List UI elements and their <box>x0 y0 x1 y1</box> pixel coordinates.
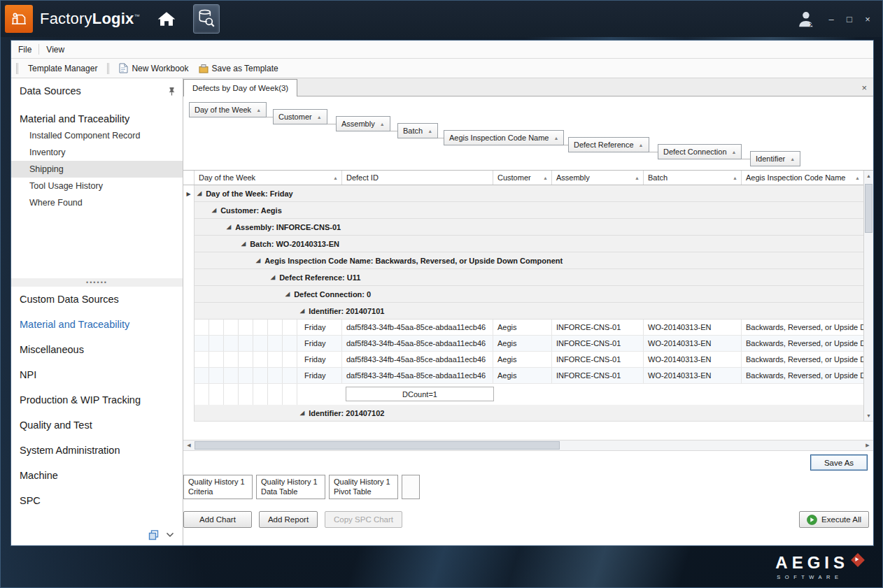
cell-assembly: INFORCE-CNS-01 <box>552 320 644 335</box>
column-header-batch[interactable]: Batch▲ <box>644 171 742 185</box>
new-workbook-button[interactable]: New Workbook <box>114 61 193 76</box>
execute-all-label: Execute All <box>821 515 861 524</box>
group-row[interactable]: ◢Assembly: INFORCE-CNS-01 <box>183 219 863 236</box>
template-manager-label: Template Manager <box>28 64 97 73</box>
scroll-down-button[interactable]: ▼ <box>864 410 873 421</box>
menu-item-file[interactable]: File <box>11 41 38 58</box>
cell-inspection-code-name: Backwards, Reversed, or Upside Down Comp… <box>742 320 863 335</box>
sidebar-item-installed-component-record[interactable]: Installed Component Record <box>11 127 183 144</box>
group-field-batch[interactable]: Batch▲ <box>397 123 438 138</box>
vertical-scrollbar[interactable]: ▲ ▼ <box>863 171 873 421</box>
table-row[interactable]: Friday daf5f843-34fb-45aa-85ce-abdaa11ec… <box>183 352 863 368</box>
group-field-aegis-inspection-code-name[interactable]: Aegis Inspection Code Name▲ <box>444 130 564 145</box>
save-as-template-button[interactable]: Save as Template <box>194 61 283 76</box>
scroll-right-button[interactable]: ▶ <box>862 440 873 450</box>
sidebar-item-inventory[interactable]: Inventory <box>11 144 183 161</box>
collapse-group-icon[interactable]: ◢ <box>285 291 290 297</box>
collapse-group-icon[interactable]: ◢ <box>256 257 260 264</box>
scroll-up-button[interactable]: ▲ <box>864 171 873 181</box>
add-chart-button[interactable]: Add Chart <box>183 511 252 528</box>
pin-icon[interactable] <box>168 87 176 96</box>
group-row[interactable]: ◢Defect Reference: U11 <box>183 269 863 286</box>
add-report-button[interactable]: Add Report <box>259 511 318 528</box>
cell-assembly: INFORCE-CNS-01 <box>552 336 644 351</box>
table-row[interactable]: Friday daf5f843-34fb-45aa-85ce-abdaa11ec… <box>183 336 863 352</box>
menu-item-view[interactable]: View <box>39 41 71 58</box>
collapse-group-icon[interactable]: ◢ <box>241 241 246 247</box>
category-spc[interactable]: SPC <box>11 488 183 513</box>
group-row[interactable]: ◢Batch: WO-20140313-EN <box>183 236 863 252</box>
group-field-day-of-the-week[interactable]: Day of the Week▲ <box>189 102 267 117</box>
sheet-tab-quality-history-criteria[interactable]: Quality History 1 Criteria <box>183 475 253 499</box>
table-row[interactable]: Friday daf5f843-34fb-45aa-85ce-abdaa11ec… <box>183 368 863 384</box>
cell-defect-id: daf5f843-34fb-45aa-85ce-abdaa11ecb46 <box>342 352 493 367</box>
group-row[interactable]: ◢Identifier: 201407101 <box>183 303 863 320</box>
category-production-wip-tracking[interactable]: Production & WIP Tracking <box>11 387 183 413</box>
column-header-defect-id[interactable]: Defect ID <box>342 171 493 185</box>
data-analysis-button[interactable] <box>193 4 220 34</box>
sort-ascending-icon: ▲ <box>317 115 322 120</box>
row-indicator-cell <box>183 405 195 422</box>
user-session-button[interactable]: × <box>793 4 821 34</box>
category-miscellaneous[interactable]: Miscellaneous <box>11 337 183 362</box>
save-as-row: Save As <box>183 451 873 475</box>
horizontal-scroll-thumb[interactable] <box>195 441 560 450</box>
sidebar-item-tool-usage-history[interactable]: Tool Usage History <box>11 178 183 194</box>
document-close-icon[interactable]: × <box>861 83 873 96</box>
category-machine[interactable]: Machine <box>11 463 183 488</box>
group-field-assembly[interactable]: Assembly▲ <box>336 116 390 131</box>
chevron-down-icon[interactable] <box>166 532 174 538</box>
column-header-aegis-inspection-code-name[interactable]: Aegis Inspection Code Name▲ <box>742 171 863 185</box>
group-row[interactable]: ▶ ◢Day of the Week: Friday <box>183 185 863 202</box>
sidebar-splitter[interactable]: •••••• <box>11 278 183 287</box>
document-tab-defects-by-day-of-week[interactable]: Defects by Day of Week(3) <box>183 79 297 96</box>
execute-all-button[interactable]: Execute All <box>799 511 869 528</box>
indent-guides <box>195 320 300 335</box>
group-field-defect-reference[interactable]: Defect Reference▲ <box>568 137 649 152</box>
table-row[interactable]: Friday daf5f843-34fb-45aa-85ce-abdaa11ec… <box>183 320 863 336</box>
group-row[interactable]: ◢Identifier: 201407102 <box>183 405 863 422</box>
collapse-group-icon[interactable]: ◢ <box>227 224 231 230</box>
sheet-tab-quality-history-data-table[interactable]: Quality History 1 Data Table <box>256 475 325 499</box>
sort-ascending-icon: ▲ <box>256 108 261 113</box>
save-as-button[interactable]: Save As <box>810 454 868 471</box>
group-row[interactable]: ◢Defect Connection: 0 <box>183 286 863 303</box>
home-button[interactable] <box>153 4 181 34</box>
collapse-group-icon[interactable]: ◢ <box>300 410 304 416</box>
sort-ascending-icon: ▲ <box>732 150 737 155</box>
cell-assembly: INFORCE-CNS-01 <box>552 352 644 367</box>
row-indicator-cell <box>183 368 195 384</box>
category-material-and-traceability[interactable]: Material and Traceability <box>11 312 183 337</box>
copy-spc-chart-button[interactable]: Copy SPC Chart <box>325 511 402 528</box>
collapse-group-icon[interactable]: ◢ <box>271 274 275 280</box>
row-indicator-cell <box>183 219 195 236</box>
group-row[interactable]: ◢Aegis Inspection Code Name: Backwards, … <box>183 252 863 269</box>
collapse-group-icon[interactable]: ◢ <box>212 207 216 213</box>
category-quality-and-test[interactable]: Quality and Test <box>11 413 183 438</box>
group-field-identifier[interactable]: Identifier▲ <box>750 151 800 166</box>
cell-day-of-week: Friday <box>300 323 326 331</box>
sidebar-item-shipping[interactable]: Shipping <box>11 161 183 178</box>
collapse-group-icon[interactable]: ◢ <box>197 190 202 196</box>
sidebar-item-where-found[interactable]: Where Found <box>11 194 183 211</box>
group-field-defect-connection[interactable]: Defect Connection▲ <box>658 144 742 159</box>
minimize-button[interactable]: – <box>824 11 839 27</box>
category-npi[interactable]: NPI <box>11 362 183 387</box>
maximize-button[interactable]: □ <box>842 11 857 27</box>
horizontal-scrollbar[interactable]: ◀ ▶ <box>183 440 873 451</box>
save-as-template-label: Save as Template <box>212 64 278 73</box>
pages-icon[interactable] <box>148 530 159 540</box>
column-header-customer[interactable]: Customer▲ <box>493 171 552 185</box>
scroll-left-button[interactable]: ◀ <box>183 440 195 450</box>
category-custom-data-sources[interactable]: Custom Data Sources <box>11 287 183 312</box>
template-manager-button[interactable]: Template Manager <box>23 61 102 76</box>
close-button[interactable]: × <box>860 11 875 27</box>
vertical-scroll-thumb[interactable] <box>865 184 873 233</box>
column-header-assembly[interactable]: Assembly▲ <box>552 171 644 185</box>
sheet-tab-quality-history-pivot-table[interactable]: Quality History 1 Pivot Table <box>329 475 398 499</box>
group-field-customer[interactable]: Customer▲ <box>273 109 327 124</box>
group-row[interactable]: ◢Customer: Aegis <box>183 202 863 219</box>
collapse-group-icon[interactable]: ◢ <box>300 308 304 314</box>
column-header-day-of-the-week[interactable]: Day of the Week▲ <box>195 171 342 185</box>
category-system-administration[interactable]: System Administration <box>11 438 183 463</box>
